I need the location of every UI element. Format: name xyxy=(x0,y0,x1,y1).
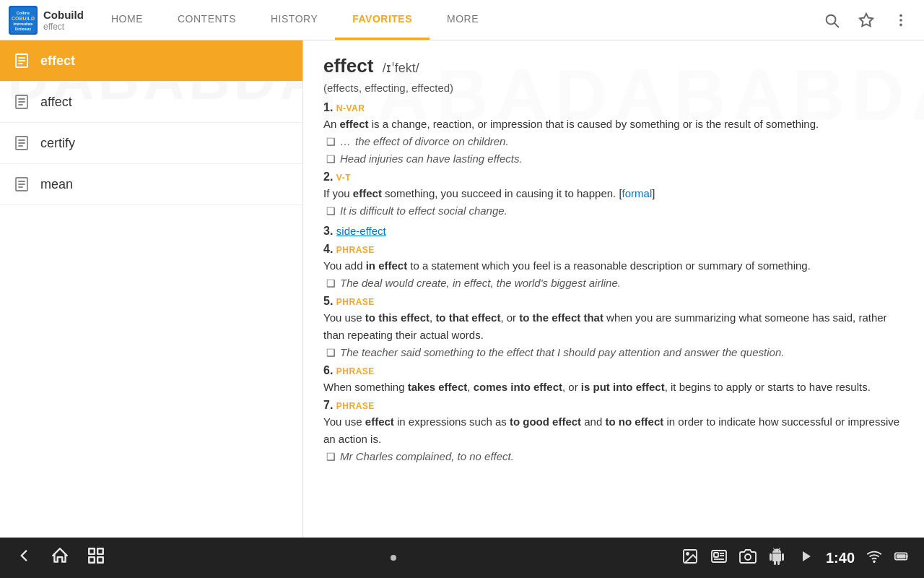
svg-rect-35 xyxy=(714,553,718,557)
wifi-icon xyxy=(866,548,882,568)
def-text-5: You use to this effect, to that effect, … xyxy=(323,309,904,344)
def-example-4a: The deal would create, in effect, the wo… xyxy=(323,275,904,292)
svg-point-33 xyxy=(687,553,689,555)
top-navigation-bar: Collins COBUILD Intermediate Dictionary … xyxy=(0,0,924,40)
svg-rect-28 xyxy=(89,548,95,554)
def-text-4: You add in effect to a statement which y… xyxy=(323,257,904,275)
side-effect-link[interactable]: side-effect xyxy=(336,225,386,237)
def-text-1: An effect is a change, reaction, or impr… xyxy=(323,116,904,133)
def-type-6: PHRASE xyxy=(336,366,375,376)
def-number-1: 1. xyxy=(323,101,333,113)
def-example-1a: …the effect of divorce on children. xyxy=(323,133,904,150)
def-text-6: When something takes effect, comes into … xyxy=(323,379,904,396)
def-example-7a: Mr Charles complained, to no effect. xyxy=(323,448,904,465)
play-store-icon xyxy=(797,548,814,569)
def-example-5a: The teacher said something to the effect… xyxy=(323,344,904,361)
def-type-7: PHRASE xyxy=(336,401,375,411)
nav-icons xyxy=(817,6,924,35)
clock: 1:40 xyxy=(826,550,855,566)
svg-rect-31 xyxy=(97,557,103,563)
bottom-left-controls xyxy=(14,546,105,569)
sidebar-item-certify-label: certify xyxy=(40,136,75,151)
def-number-2: 2. xyxy=(323,171,333,183)
document-icon-affect xyxy=(12,92,32,112)
svg-point-10 xyxy=(899,19,902,22)
def-number-5: 5. xyxy=(323,295,333,307)
entry-forms: (effects, effecting, effected) xyxy=(323,82,904,94)
definition-4: 4. PHRASE You add in effect to a stateme… xyxy=(323,243,904,292)
android-icon xyxy=(768,548,785,569)
sidebar-item-effect-label: effect xyxy=(40,53,75,69)
svg-point-39 xyxy=(745,554,751,560)
definition-2: 2. V-T If you effect something, you succ… xyxy=(323,171,904,220)
svg-marker-8 xyxy=(860,13,873,25)
definition-5: 5. PHRASE You use to this effect, to tha… xyxy=(323,295,904,361)
definition-1: 1. N-VAR An effect is a change, reaction… xyxy=(323,101,904,168)
document-icon-certify xyxy=(12,133,32,153)
photos-icon xyxy=(681,548,699,569)
tab-history[interactable]: HISTORY xyxy=(253,0,335,40)
app-logo: Collins COBUILD Intermediate Dictionary xyxy=(9,6,38,35)
def-number-6: 6. xyxy=(323,364,333,376)
app-subtitle: effect xyxy=(43,22,84,32)
svg-point-40 xyxy=(873,561,875,562)
document-icon xyxy=(12,51,32,71)
home-button[interactable] xyxy=(51,546,69,569)
def-example-2a: It is difficult to effect social change. xyxy=(323,202,904,220)
tab-favorites[interactable]: FAVORITES xyxy=(335,0,430,40)
gallery-icon xyxy=(710,548,728,569)
app-name: Cobuild xyxy=(43,9,84,22)
back-button[interactable] xyxy=(14,546,33,569)
sidebar-item-affect-label: affect xyxy=(40,95,72,110)
entry-word: effect xyxy=(323,55,373,77)
tab-home[interactable]: HOME xyxy=(94,0,160,40)
app-logo-area: Collins COBUILD Intermediate Dictionary … xyxy=(0,6,94,35)
def-type-4: PHRASE xyxy=(336,245,375,255)
def-number-3: 3. xyxy=(323,225,333,237)
svg-line-7 xyxy=(834,23,838,27)
def-number-7: 7. xyxy=(323,399,333,411)
svg-rect-42 xyxy=(897,554,906,558)
def-text-2: If you effect something, you succeed in … xyxy=(323,185,904,202)
nav-tabs: HOME CONTENTS HISTORY FAVORITES MORE xyxy=(94,0,817,40)
sidebar-item-certify[interactable]: certify xyxy=(0,123,302,164)
def-type-5: PHRASE xyxy=(336,297,375,307)
svg-text:Collins: Collins xyxy=(17,11,30,15)
tab-more[interactable]: MORE xyxy=(430,0,496,40)
def-type-1: N-VAR xyxy=(336,103,365,113)
document-icon-mean xyxy=(12,174,32,194)
def-number-4: 4. xyxy=(323,243,333,255)
formal-tag: formal xyxy=(622,187,653,199)
sidebar-item-mean[interactable]: mean xyxy=(0,164,302,205)
entry-pronunciation: /ɪˈfekt/ xyxy=(383,61,419,75)
svg-text:Dictionary: Dictionary xyxy=(15,27,32,31)
bottom-navigation-bar: 1:40 xyxy=(0,538,924,578)
entry-header: effect /ɪˈfekt/ xyxy=(323,55,904,77)
app-title-area: Cobuild effect xyxy=(43,9,84,32)
definition-6: 6. PHRASE When something takes effect, c… xyxy=(323,364,904,396)
battery-icon xyxy=(894,548,910,568)
definition-7: 7. PHRASE You use effect in expressions … xyxy=(323,399,904,465)
more-options-button[interactable] xyxy=(886,6,915,35)
svg-text:COBUILD: COBUILD xyxy=(12,16,35,21)
tab-contents[interactable]: CONTENTS xyxy=(160,0,253,40)
definition-3: 3. side-effect xyxy=(323,223,904,240)
def-example-1b: Head injuries can have lasting effects. xyxy=(323,150,904,168)
camera-icon xyxy=(739,548,757,569)
sidebar: DABABDABADABABDABADABABDABADABABDABADABA… xyxy=(0,40,303,538)
sidebar-item-affect[interactable]: affect xyxy=(0,82,302,123)
svg-point-11 xyxy=(899,23,902,26)
sidebar-item-effect[interactable]: effect xyxy=(0,40,302,82)
main-area: DABABDABADABABDABADABABDABADABABDABADABA… xyxy=(0,40,924,538)
bottom-center xyxy=(391,555,396,561)
def-text-7: You use effect in expressions such as to… xyxy=(323,413,904,448)
def-type-2: V-T xyxy=(336,173,351,183)
svg-text:Intermediate: Intermediate xyxy=(14,22,33,26)
svg-rect-30 xyxy=(89,557,95,563)
favorites-button[interactable] xyxy=(852,6,881,35)
home-indicator xyxy=(391,555,396,561)
recents-button[interactable] xyxy=(87,546,105,569)
svg-rect-29 xyxy=(97,548,103,554)
dictionary-content: DABADABABDABADABABDABADABABDABADABABDABA… xyxy=(303,40,924,538)
search-button[interactable] xyxy=(817,6,846,35)
